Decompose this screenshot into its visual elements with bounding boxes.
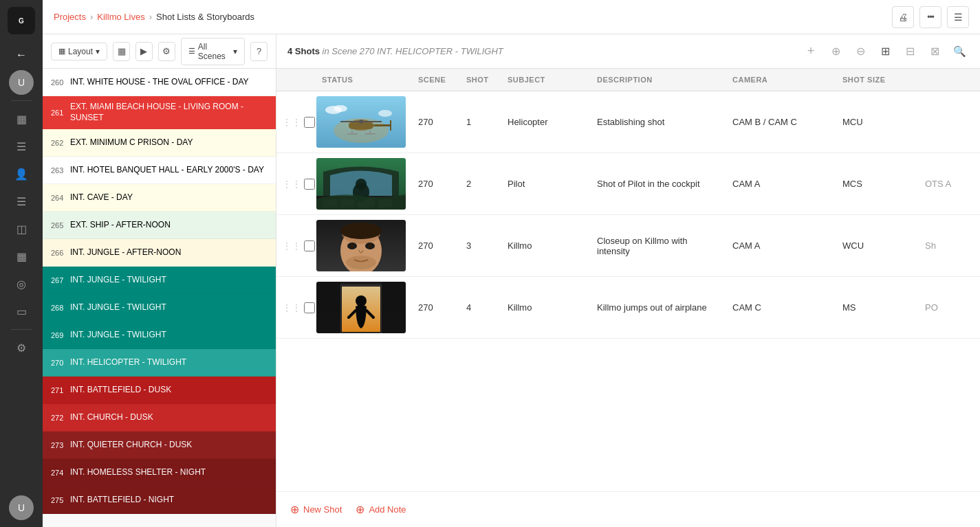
scene-item-274[interactable]: 274 INT. HOMELESS SHELTER - NIGHT (43, 459, 276, 486)
print-button[interactable]: 🖨 (892, 6, 914, 28)
gear-button[interactable]: ⚙ (158, 42, 175, 61)
scene-item-267[interactable]: 267 INT. JUNGLE - TWILIGHT (43, 267, 276, 294)
gear-icon: ⚙ (162, 46, 171, 56)
nav-location-icon[interactable]: ◎ (9, 271, 34, 296)
shot-number-0: 1 (461, 111, 502, 133)
zoom-in-icon[interactable]: ⊕ (826, 42, 845, 61)
svg-point-31 (340, 223, 382, 239)
scene-item-275[interactable]: 275 INT. BATTLEFIELD - NIGHT (43, 486, 276, 514)
col-header-controls (282, 69, 316, 91)
scene-item-270[interactable]: 270 INT. HELICOPTER - TWILIGHT (43, 349, 276, 377)
user-avatar-top[interactable]: U (9, 70, 34, 95)
scene-item-268[interactable]: 268 INT. JUNGLE - TWILIGHT (43, 294, 276, 322)
shot-thumbnail-0[interactable] (316, 96, 406, 148)
more-button[interactable]: ••• (919, 6, 941, 28)
shot-checkbox-2[interactable] (304, 240, 315, 251)
add-shot-icon[interactable]: + (801, 42, 820, 61)
drag-handle-1[interactable]: ⋮⋮ (282, 179, 301, 190)
nav-panel-icon[interactable]: ▭ (9, 299, 34, 324)
col-header-angle (919, 69, 974, 91)
menu-button[interactable]: ☰ (947, 6, 969, 28)
scene-item-273[interactable]: 273 INT. QUIETER CHURCH - DUSK (43, 431, 276, 459)
add-note-button[interactable]: ⊕ Add Note (356, 503, 406, 516)
nav-storyboard-icon[interactable]: ▦ (9, 106, 34, 131)
layout-button[interactable]: ▦ Layout ▾ (51, 43, 107, 60)
table-row[interactable]: ⋮⋮ (276, 91, 980, 153)
scene-item-261[interactable]: 261 EXT. MIAMI BEACH HOUSE - LIVING ROOM… (43, 96, 276, 129)
add-note-label: Add Note (369, 504, 406, 515)
drag-handle-2[interactable]: ⋮⋮ (282, 240, 301, 251)
scene-info: in Scene 270 INT. HELICOPTER - TWILIGHT (323, 46, 503, 56)
shot-size-0: MCU (837, 111, 919, 133)
breadcrumb-projects[interactable]: Projects (54, 12, 86, 22)
mosaic-view-icon[interactable]: ⊠ (925, 42, 944, 61)
shot-number-2: 3 (461, 235, 502, 256)
nav-back-icon[interactable]: ← (9, 43, 34, 67)
shot-checkbox-3[interactable] (304, 302, 315, 313)
table-row[interactable]: ⋮⋮ 270 3 (276, 215, 980, 277)
shot-scene-2: 270 (413, 235, 461, 256)
scene-label-260: INT. WHITE HOUSE - THE OVAL OFFICE - DAY (70, 77, 249, 88)
col-header-status: STATUS (316, 69, 413, 91)
scene-num-275: 275 (51, 496, 70, 504)
scene-item-271[interactable]: 271 INT. BATTLEFIELD - DUSK (43, 377, 276, 404)
shot-checkbox-0[interactable] (304, 117, 315, 128)
shot-thumbnail-1[interactable] (316, 158, 406, 210)
new-shot-button[interactable]: ⊕ New Shot (290, 503, 342, 516)
scene-num-270: 270 (51, 359, 70, 367)
scene-num-265: 265 (51, 221, 70, 229)
scene-item-264[interactable]: 264 INT. CAVE - DAY (43, 184, 276, 212)
app-logo[interactable]: G (8, 7, 35, 34)
nav-scenes-icon[interactable]: ☰ (9, 134, 34, 159)
search-icon[interactable]: 🔍 (950, 42, 969, 61)
col-header-scene: SCENE (413, 69, 461, 91)
svg-point-7 (359, 120, 363, 124)
shot-thumbnail-2[interactable] (316, 220, 406, 271)
scene-item-263[interactable]: 263 INT. HOTEL BANQUET HALL - EARLY 2000… (43, 157, 276, 184)
shot-thumbnail-3[interactable] (316, 282, 406, 333)
shot-header-actions: + ⊕ ⊖ ⊞ ⊟ ⊠ (801, 42, 969, 61)
svg-point-29 (368, 244, 372, 248)
scene-item-272[interactable]: 272 INT. CHURCH - DUSK (43, 404, 276, 431)
user-avatar-bottom[interactable]: U (9, 495, 34, 520)
shot-description-2: Closeup on Killmo with intensity (591, 230, 727, 262)
shot-description-1: Shot of Pilot in the cockpit (591, 173, 727, 194)
nav-calendar-icon[interactable]: ▦ (9, 244, 34, 269)
table-row[interactable]: ⋮⋮ 270 2 Pilot (276, 153, 980, 215)
play-button[interactable]: ▶ (135, 42, 153, 61)
scene-item-266[interactable]: 266 INT. JUNGLE - AFTER-NOON (43, 239, 276, 267)
storyboard-view-button[interactable]: ▦ (113, 42, 130, 61)
shot-checkbox-1[interactable] (304, 179, 315, 190)
scene-item-262[interactable]: 262 EXT. MINIMUM C PRISON - DAY (43, 129, 276, 157)
svg-point-28 (350, 244, 354, 248)
scene-label-271: INT. BATTLEFIELD - DUSK (70, 385, 171, 396)
scene-item-269[interactable]: 269 INT. JUNGLE - TWILIGHT (43, 322, 276, 349)
scene-list: 260 INT. WHITE HOUSE - THE OVAL OFFICE -… (43, 69, 276, 514)
scene-item-260[interactable]: 260 INT. WHITE HOUSE - THE OVAL OFFICE -… (43, 69, 276, 96)
divider-1 (11, 100, 32, 101)
breadcrumb-project[interactable]: Killmo Lives (97, 12, 144, 22)
grid-view-icon[interactable]: ⊞ (875, 42, 895, 61)
help-button[interactable]: ? (250, 42, 268, 61)
all-scenes-button[interactable]: ☰ All Scenes ▾ (181, 38, 245, 65)
scene-item-265[interactable]: 265 EXT. SHIP - AFTER-NOON (43, 212, 276, 239)
shot-scene-0: 270 (413, 111, 461, 133)
scene-label-272: INT. CHURCH - DUSK (70, 412, 153, 423)
breadcrumb: Projects › Killmo Lives › Shot Lists & S… (54, 12, 254, 22)
breadcrumb-sep-2: › (149, 12, 152, 22)
svg-point-14 (378, 110, 392, 117)
table-view-icon[interactable]: ⊟ (900, 42, 919, 61)
drag-handle-3[interactable]: ⋮⋮ (282, 302, 301, 313)
scene-num-267: 267 (51, 276, 70, 284)
drag-handle-0[interactable]: ⋮⋮ (282, 117, 301, 128)
zoom-out-icon[interactable]: ⊖ (851, 42, 870, 61)
nav-users-icon[interactable]: 👤 (9, 161, 34, 186)
svg-rect-39 (382, 282, 406, 333)
layout-chevron: ▾ (96, 47, 100, 56)
table-row[interactable]: ⋮⋮ 270 4 (276, 277, 980, 339)
nav-settings-icon[interactable]: ⚙ (9, 335, 34, 360)
nav-schedule-icon[interactable]: ☰ (9, 189, 34, 214)
nav-reports-icon[interactable]: ◫ (9, 216, 34, 241)
layout-icon: ▦ (58, 47, 65, 56)
scene-label-269: INT. JUNGLE - TWILIGHT (70, 330, 166, 341)
